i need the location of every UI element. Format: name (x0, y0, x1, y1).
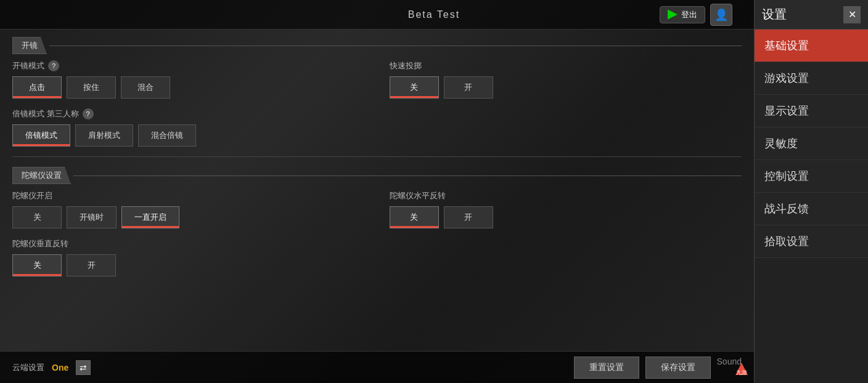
scope-mode-btn-0[interactable]: 点击 (12, 76, 62, 99)
scope-mode-col: 开镜模式 ? 点击 按住 混合 (12, 60, 365, 108)
logo-area: 九游 (732, 360, 751, 378)
scope-third-btn-0[interactable]: 倍镜模式 (12, 124, 70, 147)
gyro-enable-btn-2[interactable]: 一直开启 (121, 206, 179, 228)
section-line (49, 46, 742, 46)
gyro-horizontal-label: 陀螺仪水平反转 (390, 190, 742, 201)
sidebar-item-label: 基础设置 (764, 39, 809, 52)
gyro-horizontal-btn-1[interactable]: 开 (444, 206, 493, 228)
divider-1 (12, 156, 742, 157)
gyro-section-header: 陀螺仪设置 (12, 167, 742, 184)
bottom-bar: 云端设置 One ⇄ 重置设置 保存设置 Sound (0, 351, 754, 383)
reset-button[interactable]: 重置设置 (574, 357, 639, 379)
logo-icon: 九游 (732, 360, 751, 378)
gyro-enable-label: 陀螺仪开启 (12, 190, 365, 201)
sidebar-item-pickup[interactable]: 拾取设置 (755, 225, 868, 258)
gyro-horizontal-btn-0[interactable]: 关 (390, 206, 439, 228)
scope-mode-help-icon[interactable]: ? (48, 60, 59, 71)
sidebar-item-display[interactable]: 显示设置 (755, 95, 868, 127)
sidebar-item-combat[interactable]: 战斗反馈 (755, 193, 868, 225)
gyro-vertical-label: 陀螺仪垂直反转 (12, 238, 742, 249)
scope-third-label: 倍镜模式 第三人称 ? (12, 108, 742, 119)
sidebar-item-controls[interactable]: 控制设置 (755, 160, 868, 193)
sidebar-header: 设置 ✕ (755, 0, 868, 30)
cloud-label: 云端设置 (12, 362, 44, 373)
quick-throw-btn-0[interactable]: 关 (390, 76, 439, 99)
avatar-button[interactable]: 👤 (710, 4, 732, 26)
scope-third-btn-group: 倍镜模式 肩射模式 混合倍镜 (12, 124, 742, 147)
sidebar-item-label: 游戏设置 (764, 72, 809, 84)
top-bar-right: 登出 👤 (660, 4, 732, 26)
play-icon (668, 10, 678, 20)
top-bar: Beta Test 登出 👤 (0, 0, 868, 30)
scope-mode-btn-1[interactable]: 按住 (67, 76, 116, 99)
gyro-horizontal-btn-group: 关 开 (390, 206, 742, 228)
gyro-horizontal-col: 陀螺仪水平反转 关 开 (390, 190, 742, 238)
scope-mode-label: 开镜模式 ? (12, 60, 365, 71)
gyro-enable-btn-group: 关 开镜时 一直开启 (12, 206, 365, 228)
main-content: 开镜 开镜模式 ? 点击 按住 混合 快速投掷 关 开 (0, 30, 754, 383)
cloud-value: One (52, 363, 68, 373)
sidebar-title: 设置 (762, 6, 787, 23)
sidebar-item-sensitivity[interactable]: 灵敏度 (755, 127, 868, 160)
save-button[interactable]: 保存设置 (645, 357, 711, 379)
scope-mode-btn-group: 点击 按住 混合 (12, 76, 365, 99)
gyro-row-1: 陀螺仪开启 关 开镜时 一直开启 陀螺仪水平反转 关 开 (12, 190, 742, 238)
scope-third-btn-2[interactable]: 混合倍镜 (138, 124, 196, 147)
sidebar-item-label: 战斗反馈 (764, 203, 809, 215)
scope-third-help-icon[interactable]: ? (83, 108, 94, 119)
close-button[interactable]: ✕ (843, 6, 861, 23)
quick-throw-btn-1[interactable]: 开 (444, 76, 493, 99)
app-title: Beta Test (408, 9, 460, 20)
gyro-enable-btn-1[interactable]: 开镜时 (67, 206, 117, 228)
quick-throw-btn-group: 关 开 (390, 76, 742, 99)
gyro-tab: 陀螺仪设置 (12, 167, 71, 184)
gyro-vertical-btn-group: 关 开 (12, 254, 742, 276)
gyro-vertical-btn-1[interactable]: 开 (67, 254, 116, 276)
swap-icon[interactable]: ⇄ (76, 360, 91, 375)
scope-mode-btn-2[interactable]: 混合 (121, 76, 170, 99)
sidebar-item-game[interactable]: 游戏设置 (755, 62, 868, 95)
svg-text:九游: 九游 (736, 369, 747, 376)
gyro-enable-btn-0[interactable]: 关 (12, 206, 62, 228)
sidebar-item-label: 控制设置 (764, 170, 809, 182)
gyro-vertical-btn-0[interactable]: 关 (12, 254, 62, 276)
sidebar-item-basic[interactable]: 基础设置 (755, 30, 868, 62)
quick-throw-label: 快速投掷 (390, 60, 742, 71)
scope-third-btn-1[interactable]: 肩射模式 (75, 124, 133, 147)
gyro-section-line (73, 175, 742, 176)
scope-row-1: 开镜模式 ? 点击 按住 混合 快速投掷 关 开 (12, 60, 742, 108)
sidebar-item-label: 灵敏度 (764, 137, 798, 150)
login-button[interactable]: 登出 (660, 6, 705, 23)
sidebar-item-label: 显示设置 (764, 105, 809, 117)
sidebar: 设置 ✕ 基础设置 游戏设置 显示设置 灵敏度 控制设置 战斗反馈 拾取设置 (754, 0, 868, 383)
gyro-enable-col: 陀螺仪开启 关 开镜时 一直开启 (12, 190, 365, 238)
sidebar-item-label: 拾取设置 (764, 235, 809, 248)
scope-section-header: 开镜 (12, 37, 742, 54)
avatar-icon: 👤 (714, 8, 728, 22)
close-icon: ✕ (848, 9, 856, 20)
bottom-right: 重置设置 保存设置 Sound (574, 357, 742, 379)
login-label: 登出 (681, 9, 697, 20)
scope-tab: 开镜 (12, 37, 47, 54)
quick-throw-col: 快速投掷 关 开 (390, 60, 742, 108)
